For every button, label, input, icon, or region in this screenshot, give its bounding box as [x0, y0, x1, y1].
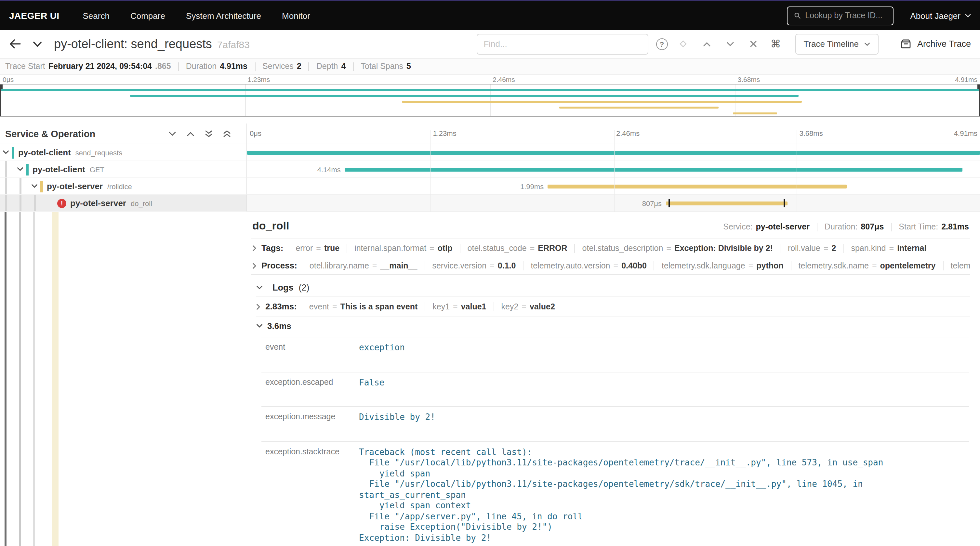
trace-view-dropdown-label: Trace Timeline: [803, 39, 859, 49]
summary-value: py-otel-server: [756, 222, 810, 232]
tick-label: 0μs: [3, 75, 14, 83]
trace-minimap[interactable]: [0, 84, 980, 117]
find-next-button[interactable]: [722, 36, 738, 52]
span-bar-cell[interactable]: [247, 144, 980, 161]
field-key: event: [261, 337, 352, 372]
chevron-right-icon: [256, 303, 261, 310]
span-tree-cell: py-otel-server /rolldice: [0, 178, 247, 195]
tick-label: 1.23ms: [433, 129, 457, 137]
trace-title-text: py-otel-client: send_requests: [54, 37, 212, 51]
log-field-row: event exception: [261, 337, 969, 372]
nav-item-compare[interactable]: Compare: [130, 11, 165, 21]
log-field-row: exception.message Divisible by 2!: [261, 406, 969, 441]
span-detail-title: do_roll: [252, 220, 723, 233]
field-key: exception.escaped: [261, 372, 352, 406]
expand-all-button[interactable]: [204, 129, 214, 139]
span-row-do-roll[interactable]: ! py-otel-server do_roll 807μs: [0, 195, 980, 212]
process-label: Process:: [261, 261, 297, 270]
field-value: Divisible by 2!: [352, 406, 969, 441]
field-value: exception: [352, 337, 969, 372]
trace-collapse-toggle[interactable]: [32, 41, 42, 47]
trace-lookup-box: [786, 6, 893, 25]
span-row-get[interactable]: py-otel-client GET 4.14ms: [0, 161, 980, 178]
clear-find-button[interactable]: [746, 36, 761, 52]
back-button[interactable]: [9, 39, 21, 49]
logs-count: (2): [299, 283, 310, 292]
process-item: service.version=0.1.0: [425, 261, 523, 270]
operation-name: do_roll: [131, 199, 152, 207]
minimap-range-handle-right[interactable]: [979, 84, 980, 116]
span-event-tick: [784, 199, 785, 207]
nav-links: Search Compare System Architecture Monit…: [83, 11, 787, 21]
timeline-ruler: 0μs 1.23ms 2.46ms 3.68ms 4.91ms: [247, 124, 980, 144]
span-collapse-chevron-icon[interactable]: [31, 184, 38, 189]
span-bar-cell[interactable]: 4.14ms: [247, 161, 980, 178]
chevron-right-icon: [252, 262, 257, 269]
find-input[interactable]: [476, 33, 648, 54]
indent-guide: [5, 178, 7, 194]
expand-one-level-button[interactable]: [167, 129, 178, 139]
process-item: telemetry.sdk.language=python: [654, 261, 791, 270]
tick-label: 2.46ms: [616, 129, 640, 137]
nav-item-system-architecture[interactable]: System Architecture: [186, 11, 261, 21]
trace-view-dropdown[interactable]: Trace Timeline: [795, 33, 879, 54]
span-detail-card: do_roll Service:py-otel-server Duration:…: [247, 212, 973, 546]
span-tree-cell: py-otel-client GET: [0, 161, 247, 178]
service-operation-header: Service & Operation: [0, 124, 247, 144]
span-collapse-chevron-icon[interactable]: [3, 150, 9, 155]
span-bar-cell[interactable]: 1.99ms: [247, 178, 980, 195]
find-prev-button[interactable]: [699, 36, 714, 52]
minimap-span-bar: [130, 95, 799, 97]
logs-header[interactable]: Logs (2): [256, 278, 970, 297]
trace-lookup-input[interactable]: [805, 11, 886, 20]
span-duration-bar[interactable]: [666, 201, 787, 205]
divider: [178, 62, 179, 70]
nav-item-search[interactable]: Search: [83, 11, 110, 21]
tick-label: 1.23ms: [248, 75, 270, 83]
trace-stats-bar: Trace Start February 21 2024, 09:54:04.8…: [0, 59, 980, 75]
help-icon[interactable]: ?: [656, 38, 668, 50]
span-duration-bar[interactable]: [345, 167, 963, 171]
span-bar-cell[interactable]: 807μs: [247, 195, 980, 212]
process-row[interactable]: Process: otel.library.name=__main__ serv…: [251, 257, 970, 275]
minimap-range-handle-left[interactable]: [0, 84, 1, 116]
log-fields-table: event exception exception.escaped False …: [261, 337, 969, 546]
span-row-send-requests[interactable]: py-otel-client send_requests: [0, 144, 980, 161]
span-tree-cell: py-otel-client send_requests: [0, 144, 247, 161]
summary-label: Duration:: [824, 222, 858, 232]
collapse-one-level-button[interactable]: [185, 129, 196, 139]
app-logo[interactable]: JAEGER UI: [9, 10, 59, 21]
divider: [255, 62, 255, 70]
tick-label: 3.68ms: [738, 75, 760, 83]
span-summary: Service:py-otel-server Duration:807μs St…: [723, 222, 969, 232]
stat-trace-start: Trace Start February 21 2024, 09:54:04.8…: [5, 62, 171, 71]
chevron-down-icon: [169, 131, 176, 136]
span-duration-bar[interactable]: [547, 184, 847, 188]
archive-trace-label: Archive Trace: [917, 39, 971, 49]
tick-label: 0μs: [250, 129, 261, 137]
log-entry-1[interactable]: 2.83ms: event=This is a span event key1=…: [256, 297, 970, 316]
minimap-tick-labels: 0μs 1.23ms 2.46ms 3.68ms 4.91ms: [0, 75, 980, 84]
log-timestamp: 3.6ms: [267, 321, 291, 331]
tick-label: 4.91ms: [955, 75, 977, 83]
nav-item-monitor[interactable]: Monitor: [282, 11, 310, 21]
span-row-rolldice[interactable]: py-otel-server /rolldice 1.99ms: [0, 178, 980, 195]
span-event-tick: [668, 199, 670, 207]
tag-item: roll.value=2: [781, 243, 844, 252]
operation-name: send_requests: [75, 149, 122, 156]
about-jaeger-menu[interactable]: About Jaeger: [910, 11, 971, 21]
span-collapse-chevron-icon[interactable]: [17, 167, 24, 171]
process-item: telemetry.auto.version=0.40b0: [523, 261, 654, 270]
log-entry-2[interactable]: 3.6ms: [256, 316, 970, 335]
collapse-all-button[interactable]: [222, 129, 232, 139]
service-name: py-otel-client: [18, 148, 71, 157]
span-duration-bar[interactable]: [247, 151, 980, 154]
process-item-truncated: telemetry....: [943, 261, 970, 270]
about-jaeger-label: About Jaeger: [910, 11, 961, 21]
match-diamond-icon[interactable]: [675, 36, 691, 52]
trace-header: py-otel-client: send_requests 7afaf83 ? …: [0, 30, 980, 59]
field-value: Traceback (most recent call last): File …: [352, 441, 969, 546]
archive-trace-button[interactable]: Archive Trace: [901, 39, 971, 49]
jaeger-trace-page: JAEGER UI Search Compare System Architec…: [0, 0, 980, 546]
tags-row[interactable]: Tags: error=true internal.span.format=ot…: [251, 239, 970, 257]
